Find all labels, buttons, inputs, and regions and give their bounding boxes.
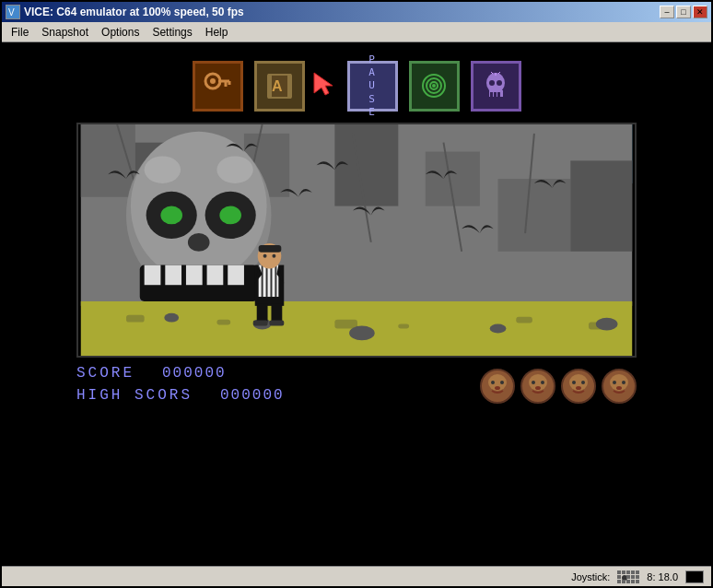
title-bar-left: V VICE: C64 emulator at 100% speed, 50 f… — [6, 5, 244, 19]
scroll-icon-button[interactable]: A — [254, 61, 305, 112]
svg-point-80 — [272, 254, 275, 258]
svg-point-52 — [490, 324, 507, 334]
svg-rect-78 — [259, 245, 282, 253]
game-screen — [76, 123, 637, 358]
svg-point-19 — [489, 80, 495, 86]
svg-rect-21 — [490, 92, 493, 97]
game-content: A PAUSE — [2, 42, 711, 566]
svg-point-53 — [596, 318, 618, 331]
maximize-button[interactable]: □ — [676, 6, 691, 18]
svg-rect-10 — [268, 74, 272, 99]
lives-area — [480, 365, 637, 404]
life-1 — [480, 369, 515, 404]
svg-point-56 — [145, 156, 181, 183]
high-score-line: HIGH SCORS 000000 — [76, 387, 285, 404]
joystick-label: Joystick: — [571, 571, 610, 582]
high-score-value: 000000 — [220, 387, 285, 404]
life-3 — [561, 369, 596, 404]
svg-point-93 — [541, 381, 544, 384]
svg-point-98 — [581, 381, 585, 384]
svg-point-94 — [535, 386, 541, 390]
svg-point-3 — [210, 78, 216, 84]
life-2 — [520, 369, 555, 404]
svg-point-88 — [500, 381, 504, 384]
svg-rect-32 — [334, 124, 398, 206]
svg-point-51 — [349, 326, 375, 341]
svg-text:V: V — [8, 7, 15, 18]
title-bar: V VICE: C64 emulator at 100% speed, 50 f… — [2, 2, 711, 22]
menu-help[interactable]: Help — [200, 24, 234, 41]
svg-rect-34 — [498, 179, 571, 252]
menu-file[interactable]: File — [6, 24, 34, 41]
svg-rect-84 — [270, 321, 285, 326]
svg-point-99 — [576, 386, 581, 390]
menu-options[interactable]: Options — [96, 24, 145, 41]
svg-point-20 — [497, 80, 502, 86]
svg-line-25 — [491, 72, 493, 74]
menu-settings[interactable]: Settings — [146, 24, 197, 41]
svg-rect-22 — [494, 92, 497, 97]
high-score-label: HIGH SCORS — [76, 387, 193, 404]
menu-bar: File Snapshot Options Settings Help — [2, 22, 711, 42]
svg-rect-44 — [216, 320, 230, 325]
svg-rect-35 — [570, 160, 632, 251]
key-icon-button[interactable] — [193, 61, 243, 112]
svg-rect-81 — [257, 304, 268, 323]
svg-point-89 — [495, 386, 500, 390]
svg-point-102 — [613, 381, 616, 384]
minimize-button[interactable]: – — [660, 6, 674, 18]
svg-point-92 — [532, 381, 535, 384]
close-button[interactable]: ✕ — [693, 6, 707, 18]
arrow-cursor — [312, 69, 340, 103]
main-window: V VICE: C64 emulator at 100% speed, 50 f… — [0, 0, 713, 588]
svg-rect-23 — [497, 92, 500, 97]
app-icon: V — [6, 5, 20, 19]
score-area: SCORE 000000 HIGH SCORS 000000 — [76, 358, 637, 411]
svg-point-57 — [216, 156, 252, 183]
speed-box — [685, 570, 704, 583]
menu-snapshot[interactable]: Snapshot — [36, 24, 94, 41]
score-value: 000000 — [162, 365, 227, 382]
speed-display: 8: 18.0 — [647, 571, 678, 582]
svg-point-60 — [160, 206, 182, 225]
svg-point-62 — [188, 233, 210, 252]
svg-point-87 — [491, 381, 495, 384]
svg-point-16 — [432, 84, 436, 88]
svg-rect-43 — [126, 315, 145, 323]
svg-rect-11 — [287, 74, 291, 99]
game-icons-row: A PAUSE — [193, 61, 521, 112]
life-4 — [602, 369, 637, 404]
svg-rect-68 — [228, 265, 244, 286]
svg-rect-64 — [145, 265, 161, 286]
svg-marker-12 — [314, 73, 333, 95]
window-title: VICE: C64 emulator at 100% speed, 50 fps — [24, 6, 244, 18]
svg-point-103 — [622, 381, 625, 384]
pause-icon-button[interactable]: PAUSE — [347, 61, 398, 112]
score-label: SCORE — [76, 365, 134, 382]
status-bar: Joystick: 8: 18.0 — [2, 566, 711, 586]
svg-rect-67 — [207, 265, 224, 286]
score-line: SCORE 000000 — [76, 365, 285, 382]
window-controls: – □ ✕ — [660, 6, 707, 18]
svg-point-49 — [164, 313, 179, 323]
svg-text:A: A — [272, 78, 283, 94]
svg-rect-45 — [334, 320, 357, 329]
svg-rect-65 — [165, 265, 181, 286]
target-icon-button[interactable] — [409, 61, 460, 112]
svg-rect-46 — [398, 324, 409, 329]
skull-icon-button[interactable] — [471, 61, 521, 112]
joystick-indicator — [617, 570, 639, 583]
svg-point-97 — [572, 381, 576, 384]
score-text-area: SCORE 000000 HIGH SCORS 000000 — [76, 365, 285, 404]
svg-point-104 — [616, 386, 622, 390]
svg-rect-83 — [253, 321, 268, 326]
svg-rect-47 — [516, 317, 532, 323]
svg-point-79 — [263, 254, 267, 258]
svg-line-26 — [498, 72, 500, 74]
svg-rect-82 — [271, 304, 282, 323]
svg-point-61 — [219, 206, 241, 225]
svg-rect-66 — [186, 265, 203, 286]
